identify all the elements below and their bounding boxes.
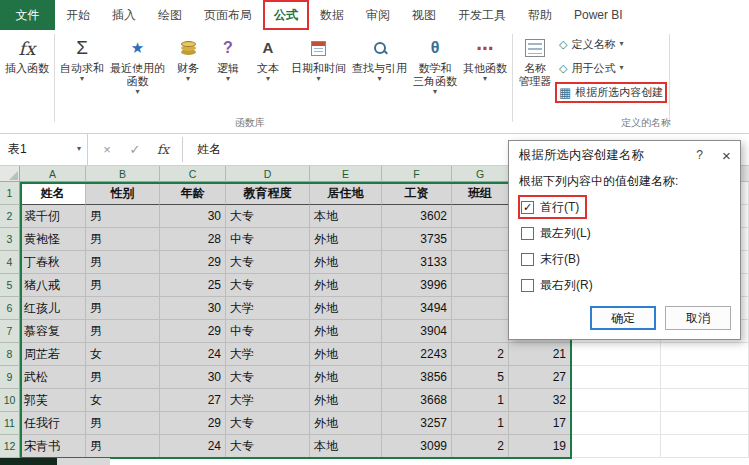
- tab-insert[interactable]: 插入: [101, 0, 147, 30]
- cell-E4[interactable]: 外地: [310, 251, 382, 274]
- lookup-reference-button[interactable]: 查找与引用: [349, 32, 410, 84]
- tab-developer[interactable]: 开发工具: [447, 0, 517, 30]
- tab-page-layout[interactable]: 页面布局: [193, 0, 263, 30]
- logical-button[interactable]: 逻辑: [208, 32, 248, 84]
- row-header-9[interactable]: 9: [0, 366, 20, 389]
- cell-empty[interactable]: [661, 435, 749, 458]
- dialog-title-bar[interactable]: 根据所选内容创建名称: [509, 141, 740, 169]
- cell-E7[interactable]: 外地: [310, 320, 382, 343]
- cell-F11[interactable]: 3257: [382, 412, 452, 435]
- close-icon[interactable]: [713, 141, 740, 169]
- recent-functions-button[interactable]: 最近使用的 函数: [107, 32, 168, 97]
- cell-C8[interactable]: 24: [160, 343, 226, 366]
- row-header-1[interactable]: 1: [0, 182, 20, 205]
- more-functions-button[interactable]: 其他函数: [460, 32, 510, 84]
- cell-D12[interactable]: 大专: [226, 435, 310, 458]
- column-header-C[interactable]: C: [160, 166, 226, 182]
- row-header-3[interactable]: 3: [0, 228, 20, 251]
- cell-D11[interactable]: 大专: [226, 412, 310, 435]
- cell-D4[interactable]: 大专: [226, 251, 310, 274]
- cell-F8[interactable]: 2243: [382, 343, 452, 366]
- cell-B9[interactable]: 男: [86, 366, 160, 389]
- cell-B7[interactable]: 男: [86, 320, 160, 343]
- row-header-10[interactable]: 10: [0, 389, 20, 412]
- cell-C3[interactable]: 28: [160, 228, 226, 251]
- cell-D1[interactable]: 教育程度: [226, 182, 310, 205]
- create-from-selection-button[interactable]: 根据所选内容创建: [555, 82, 667, 103]
- tab-help[interactable]: 帮助: [517, 0, 563, 30]
- cell-H11[interactable]: 17: [509, 412, 571, 435]
- row-header-7[interactable]: 7: [0, 320, 20, 343]
- column-header-F[interactable]: F: [382, 166, 452, 182]
- cell-H10[interactable]: 32: [509, 389, 571, 412]
- cell-D5[interactable]: 大专: [226, 274, 310, 297]
- cell-A6[interactable]: 红孩儿: [20, 297, 86, 320]
- cell-C9[interactable]: 30: [160, 366, 226, 389]
- cell-G6[interactable]: [452, 297, 509, 320]
- tab-draw[interactable]: 绘图: [147, 0, 193, 30]
- cell-B4[interactable]: 男: [86, 251, 160, 274]
- cell-G10[interactable]: 1: [452, 389, 509, 412]
- cell-empty[interactable]: [661, 389, 749, 412]
- dialog-option-3[interactable]: 最右列(R): [521, 276, 598, 294]
- cell-E1[interactable]: 居住地: [310, 182, 382, 205]
- checkbox-unchecked-icon[interactable]: [521, 279, 534, 292]
- cell-D9[interactable]: 大专: [226, 366, 310, 389]
- cell-F9[interactable]: 3856: [382, 366, 452, 389]
- autosum-button[interactable]: 自动求和: [57, 32, 107, 84]
- cell-A7[interactable]: 慕容复: [20, 320, 86, 343]
- cell-D6[interactable]: 大学: [226, 297, 310, 320]
- cell-E12[interactable]: 本地: [310, 435, 382, 458]
- cell-A2[interactable]: 裘千仞: [20, 205, 86, 228]
- tab-formulas[interactable]: 公式: [263, 0, 309, 30]
- cell-G1[interactable]: 班组: [452, 182, 509, 205]
- cancel-icon[interactable]: [94, 137, 120, 163]
- cell-D7[interactable]: 中专: [226, 320, 310, 343]
- cell-empty[interactable]: [661, 366, 749, 389]
- cell-G12[interactable]: 2: [452, 435, 509, 458]
- cell-G11[interactable]: 1: [452, 412, 509, 435]
- cell-E9[interactable]: 外地: [310, 366, 382, 389]
- checkbox-checked-icon[interactable]: [521, 201, 534, 214]
- name-manager-button[interactable]: 名称 管理器: [515, 32, 555, 88]
- row-header-6[interactable]: 6: [0, 297, 20, 320]
- cell-C2[interactable]: 30: [160, 205, 226, 228]
- cell-C10[interactable]: 27: [160, 389, 226, 412]
- cell-G2[interactable]: [452, 205, 509, 228]
- row-header-2[interactable]: 2: [0, 205, 20, 228]
- cell-F1[interactable]: 工资: [382, 182, 452, 205]
- cell-F10[interactable]: 3668: [382, 389, 452, 412]
- tab-power-bi[interactable]: Power BI: [563, 0, 634, 30]
- cell-F2[interactable]: 3602: [382, 205, 452, 228]
- cell-A5[interactable]: 猪八戒: [20, 274, 86, 297]
- cell-D8[interactable]: 大学: [226, 343, 310, 366]
- cell-F3[interactable]: 3735: [382, 228, 452, 251]
- row-header-12[interactable]: 12: [0, 435, 20, 458]
- cell-B3[interactable]: 男: [86, 228, 160, 251]
- row-header-5[interactable]: 5: [0, 274, 20, 297]
- cell-D3[interactable]: 中专: [226, 228, 310, 251]
- cell-B8[interactable]: 女: [86, 343, 160, 366]
- tab-file[interactable]: 文件: [0, 0, 55, 30]
- name-box-dropdown-icon[interactable]: [71, 145, 87, 154]
- cell-empty[interactable]: [571, 412, 661, 435]
- cell-F5[interactable]: 3996: [382, 274, 452, 297]
- cell-A12[interactable]: 宋青书: [20, 435, 86, 458]
- name-box[interactable]: 表1: [0, 134, 88, 165]
- cell-F6[interactable]: 3494: [382, 297, 452, 320]
- cell-F12[interactable]: 3099: [382, 435, 452, 458]
- cell-A3[interactable]: 黄袍怪: [20, 228, 86, 251]
- cell-B6[interactable]: 男: [86, 297, 160, 320]
- cell-B2[interactable]: 男: [86, 205, 160, 228]
- tab-data[interactable]: 数据: [309, 0, 355, 30]
- cell-C1[interactable]: 年龄: [160, 182, 226, 205]
- use-in-formula-button[interactable]: 用于公式: [555, 58, 627, 79]
- insert-function-button[interactable]: 插入函数: [2, 32, 52, 75]
- math-trig-button[interactable]: 数学和 三角函数: [410, 32, 460, 97]
- cell-C11[interactable]: 29: [160, 412, 226, 435]
- cell-E11[interactable]: 外地: [310, 412, 382, 435]
- cell-G8[interactable]: 2: [452, 343, 509, 366]
- cell-B1[interactable]: 性别: [86, 182, 160, 205]
- dialog-option-0[interactable]: 首行(T): [521, 198, 584, 216]
- cell-E2[interactable]: 本地: [310, 205, 382, 228]
